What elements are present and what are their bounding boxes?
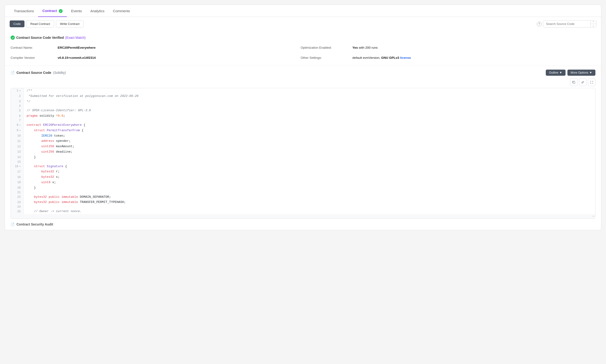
code-line: 10 IERC20 token; [11,133,595,139]
line-number: 14 [17,156,21,159]
code-content: } [24,155,595,160]
code-content [24,205,595,209]
tab-contract[interactable]: Contract [38,5,67,17]
line-number: 19 [17,181,21,184]
settings-license-link[interactable]: license [400,56,411,60]
tab-analytics[interactable]: Analytics [86,5,109,17]
code-line: 24 [11,205,595,209]
code-content: bytes32 public immutable TRANSFER_PERMIT… [24,200,595,205]
code-content: uint256 maxAmount; [24,144,595,149]
copy-button[interactable] [570,78,578,86]
code-line: 17 bytes32 r; [11,169,595,174]
settings-license: GNU GPLv3 [381,56,400,60]
code-line: 25 // Owner -> current nonce. [11,209,595,214]
settings-value: default evmVersion, GNU GPLv3 license [352,54,595,61]
link-button[interactable] [579,78,586,86]
tab-transactions[interactable]: Transactions [10,5,38,17]
code-content: pragma solidity ^0.8; [24,113,595,119]
outline-chevron-icon: ▼ [559,71,562,74]
source-section: 📄 Contract Source Code (Solidity) Outlin… [5,66,601,219]
code-line: 9▾ struct PermitTransferFrom { [11,128,595,133]
contract-verified-icon [59,9,63,13]
line-number: 7 [19,119,21,122]
audit-section: 📄 Contract Security Audit [5,219,601,230]
outline-button[interactable]: Outline ▼ [546,70,566,76]
line-number: 20 [17,186,21,190]
code-content [24,191,595,195]
code-content: // Owner -> current nonce. [24,209,595,214]
line-number: 21 [17,191,21,194]
line-number: 17 [17,170,21,173]
search-input[interactable] [543,20,590,27]
source-subtitle: (Solidity) [53,71,66,75]
code-line: 23 bytes32 public immutable TRANSFER_PER… [11,200,595,205]
line-number: 10 [17,134,21,138]
line-number: 18 [17,176,21,179]
optimization-label: Optimization Enabled: [301,44,352,51]
verified-badge: Contract Source Code Verified (Exact Mat… [11,36,595,40]
code-line: 1▾/** [11,88,595,94]
subtoolbar: Code Read Contract Write Contract ? ⌃ ⌄ [5,17,601,31]
help-icon[interactable]: ? [537,22,541,26]
line-number: 8 [17,123,18,127]
line-number: 2 [19,94,21,98]
tab-events[interactable]: Events [67,5,86,17]
line-number: 12 [17,145,21,148]
search-next-button[interactable]: ⌄ [591,24,596,27]
verified-check-icon [11,36,15,40]
code-content: /** [24,88,595,94]
more-options-button[interactable]: More Options ▼ [567,70,595,76]
code-button[interactable]: Code [10,20,25,27]
fold-indicator[interactable]: ▾ [19,165,21,168]
settings-label: Other Settings: [301,54,352,61]
fold-indicator[interactable]: ▾ [19,129,21,132]
code-line: 15 [11,160,595,164]
settings-evm-detail: evmVersion, [363,56,381,60]
optimization-value: Yes with 200 runs [352,44,595,51]
code-content [24,119,595,122]
file-icon: 📄 [11,71,14,75]
source-actions: Outline ▼ More Options ▼ [546,70,595,76]
code-content: bytes32 public immutable DOMAIN_SEPARATO… [24,195,595,200]
line-number: 6 [19,115,21,118]
code-icon-buttons [11,78,595,86]
search-input-wrap: ⌃ ⌄ [543,20,596,27]
audit-file-icon: 📄 [11,222,14,226]
code-line: 8▾contract ERC20PermitEverywhere { [11,122,595,128]
tab-comments[interactable]: Comments [109,5,134,17]
code-content: // SPDX-License-Identifier: GPL-3.0 [24,108,595,113]
code-line: 4 [11,104,595,108]
read-contract-button[interactable]: Read Contract [26,20,54,27]
search-prev-button[interactable]: ⌃ [591,20,596,24]
code-content: struct PermitTransferFrom { [24,128,595,133]
code-line: 11 address spender; [11,139,595,144]
code-content: } [24,185,595,191]
code-content [24,104,595,108]
line-number: 9 [17,129,18,132]
code-content: IERC20 token; [24,133,595,139]
contract-name-value: ERC20PermitEverywhere [58,44,301,51]
resize-handle[interactable]: ↔ [11,214,595,219]
line-number: 16 [15,165,18,168]
line-number: 3 [19,100,21,103]
code-line: 18 bytes32 s; [11,174,595,180]
code-editor[interactable]: 1▾/**2 *Submitted for verification at po… [11,88,595,219]
svg-rect-0 [573,82,575,83]
fold-indicator[interactable]: ▾ [19,89,21,92]
code-content: bytes32 r; [24,169,595,174]
code-content: bytes32 s; [24,174,595,180]
code-content: address spender; [24,139,595,144]
line-number: 4 [19,104,21,108]
write-contract-button[interactable]: Write Contract [56,20,83,27]
expand-button[interactable] [588,78,595,86]
line-number: 11 [17,140,21,143]
code-content: uint256 deadline; [24,149,595,155]
code-line: 21 [11,191,595,195]
contract-info-grid: Contract Name: ERC20PermitEverywhere Opt… [11,44,595,61]
exact-match-text: (Exact Match) [65,36,85,39]
contract-info-section: Contract Source Code Verified (Exact Mat… [5,31,601,66]
code-content: contract ERC20PermitEverywhere { [24,122,595,128]
line-number: 15 [17,160,21,164]
verified-text: Contract Source Code Verified [16,36,64,39]
fold-indicator[interactable]: ▾ [19,124,21,127]
